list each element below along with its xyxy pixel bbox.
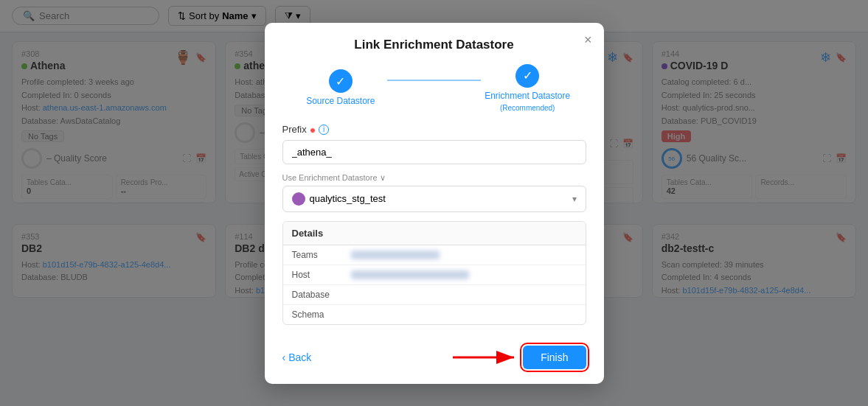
datastore-value: qualytics_stg_test xyxy=(310,193,386,204)
step-line xyxy=(387,80,481,81)
modal-body: Prefix ● i Use Enrichment Datastore ∨ qu… xyxy=(265,124,604,337)
dropdown-label: Use Enrichment Datastore ∨ xyxy=(282,173,586,183)
prefix-input[interactable] xyxy=(282,140,586,164)
detail-row-teams: Teams xyxy=(283,245,586,265)
detail-key-database: Database xyxy=(292,290,351,300)
prefix-label: Prefix ● i xyxy=(282,124,586,136)
finish-button[interactable]: Finish xyxy=(523,346,586,369)
step-1-label: Source Datastore xyxy=(306,96,375,106)
arrow-svg xyxy=(449,344,523,371)
back-label: Back xyxy=(288,351,311,363)
step-1: ✓ Source Datastore xyxy=(294,69,388,106)
modal-dialog: × Link Enrichment Datastore ✓ Source Dat… xyxy=(265,23,604,384)
details-panel: Details Teams Host Database Schema xyxy=(282,221,586,325)
modal-close-button[interactable]: × xyxy=(584,33,592,46)
step-2-label: Enrichment Datastore xyxy=(485,91,570,101)
stepper: ✓ Source Datastore ✓ Enrichment Datastor… xyxy=(265,64,604,124)
datastore-select[interactable]: qualytics_stg_test ▾ xyxy=(282,186,586,212)
modal-footer: ‹ Back Finish xyxy=(265,337,604,384)
back-button[interactable]: ‹ Back xyxy=(282,351,312,363)
step-2-sublabel: (Recommended) xyxy=(500,104,555,112)
step-2: ✓ Enrichment Datastore (Recommended) xyxy=(481,64,574,112)
detail-key-teams: Teams xyxy=(292,250,351,260)
back-chevron-icon: ‹ xyxy=(282,351,286,363)
details-title: Details xyxy=(283,222,586,245)
detail-key-schema: Schema xyxy=(292,309,351,320)
detail-val-teams xyxy=(351,251,440,259)
detail-row-database: Database xyxy=(283,285,586,305)
detail-key-host: Host xyxy=(292,270,351,280)
modal-title: Link Enrichment Datastore xyxy=(282,38,586,52)
modal-overlay: × Link Enrichment Datastore ✓ Source Dat… xyxy=(0,0,868,406)
detail-row-schema: Schema xyxy=(283,305,586,324)
chevron-down-icon-select: ▾ xyxy=(572,194,577,204)
info-icon[interactable]: i xyxy=(319,125,329,135)
datastore-icon xyxy=(292,192,305,206)
required-dot: ● xyxy=(310,124,316,136)
detail-val-host xyxy=(351,270,469,279)
finish-area: Finish xyxy=(523,346,586,369)
step-2-circle: ✓ xyxy=(515,64,539,88)
modal-header: Link Enrichment Datastore xyxy=(265,23,604,52)
step-1-circle: ✓ xyxy=(329,69,353,93)
detail-row-host: Host xyxy=(283,265,586,285)
